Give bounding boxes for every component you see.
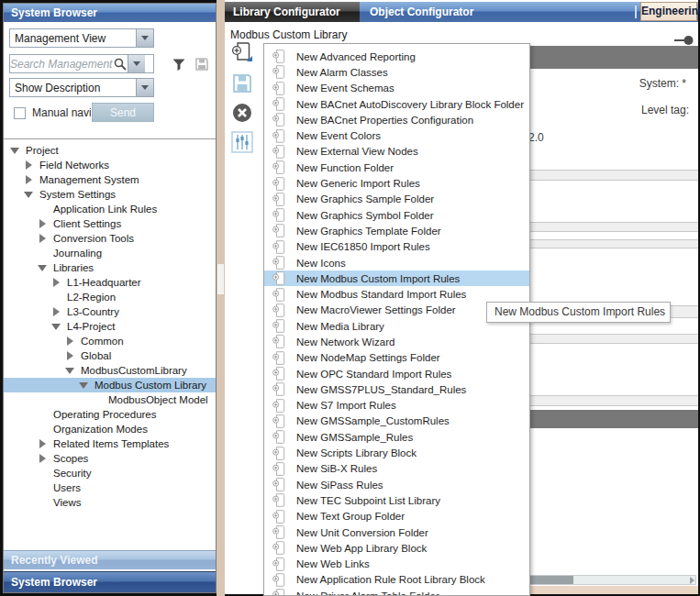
scrollbar-thumb[interactable] [529,576,573,584]
expander-icon[interactable] [51,322,61,331]
menu-item[interactable]: New SiPass Rules [264,477,529,492]
recently-viewed-bar[interactable]: Recently Viewed [4,550,216,569]
menu-item[interactable]: New Advanced Reporting [264,49,529,64]
menu-item[interactable]: New Icons [264,255,529,270]
menu-item[interactable]: New Modbus Standard Import Rules [264,286,529,302]
tree-item[interactable]: Field Networks [4,158,216,172]
tree-item[interactable]: Client Settings [4,216,216,231]
sliders-icon[interactable] [231,131,253,153]
send-button[interactable]: Send [92,103,154,122]
tree-item[interactable]: L3-Country [4,304,216,319]
expander-icon[interactable] [65,337,75,346]
search-box[interactable] [9,54,154,73]
tree-item[interactable]: Application Link Rules [4,202,216,216]
menu-item[interactable]: New Generic Import Rules [264,175,529,191]
menu-item[interactable]: New Alarm Classes [264,64,529,80]
menu-item[interactable]: New BACnet Properties Configuration [264,112,529,127]
tab-engineering[interactable]: Engineering [640,2,697,21]
expander-icon[interactable] [38,410,48,419]
expander-icon[interactable] [65,351,75,360]
cancel-icon[interactable] [231,102,253,124]
expander-icon[interactable] [38,483,48,492]
vertical-scrollbar[interactable] [217,0,225,596]
tree-item[interactable]: Management System [4,172,216,187]
expander-icon[interactable] [24,190,34,199]
new-document-icon[interactable] [231,41,253,63]
tree-item[interactable]: ModbusObject Model [4,392,216,407]
menu-item[interactable]: New Graphics Template Folder [264,223,529,238]
menu-item[interactable]: New TEC Subpoint List Library [264,492,529,508]
tree-item[interactable]: Global [4,348,216,363]
tree-item[interactable]: Conversion Tools [4,231,216,246]
menu-item[interactable]: New Modbus Custom Import Rules [264,270,529,286]
chevron-down-icon[interactable] [128,55,145,72]
search-input[interactable] [10,58,113,71]
pin-icon[interactable] [674,35,694,46]
menu-item[interactable]: New S7 Import Rules [264,398,529,414]
tree-item[interactable]: L2-Region [4,290,216,304]
expander-icon[interactable] [10,146,20,155]
tree-item[interactable]: Related Items Templates [4,436,216,451]
tree-item[interactable]: Organization Modes [4,422,216,436]
horizontal-scrollbar[interactable] [514,575,696,585]
menu-item[interactable]: New Network Wizard [264,334,529,349]
expander-icon[interactable] [38,234,48,243]
menu-item[interactable]: New SiB-X Rules [264,461,529,477]
menu-item[interactable]: New GMSSample_CustomRules [264,414,529,429]
menu-item[interactable]: New Application Rule Root Library Block [264,572,529,588]
expander-icon[interactable] [79,381,89,390]
view-selector-dropdown[interactable]: Management View [9,28,154,48]
menu-item[interactable]: New Scripts Library Block [264,445,529,460]
chevron-down-icon[interactable] [136,29,153,47]
expander-icon[interactable] [93,395,103,404]
menu-item[interactable]: New NodeMap Settings Folder [264,350,529,366]
menu-item[interactable]: New Text Group Folder [264,509,529,524]
menu-item[interactable]: New IEC61850 Import Rules [264,239,529,255]
save-icon[interactable] [194,57,209,72]
menu-item[interactable]: New Web App Library Block [264,540,529,556]
expander-icon[interactable] [38,204,48,214]
scrollbar-thumb[interactable] [217,264,224,294]
expander-icon[interactable] [38,263,48,272]
menu-item[interactable]: New Function Folder [264,160,529,175]
expander-icon[interactable] [51,292,61,302]
expander-icon[interactable] [24,175,34,184]
expander-icon[interactable] [24,160,34,170]
tree-item[interactable]: L4-Project [4,319,216,334]
menu-item[interactable]: New Web Links [264,557,529,572]
menu-item[interactable]: New BACnet AutoDiscovery Library Block F… [264,96,529,112]
tree-item[interactable]: Scopes [4,451,216,466]
tree-item[interactable]: Common [4,334,216,348]
expander-icon[interactable] [38,498,48,507]
expander-icon[interactable] [51,278,61,287]
menu-item[interactable]: New Graphics Symbol Folder [264,207,529,223]
tree-item[interactable]: Project [4,143,216,158]
expander-icon[interactable] [38,248,48,258]
tree-item[interactable]: Views [4,495,216,510]
menu-item[interactable]: New Event Schemas [264,81,529,96]
expander-icon[interactable] [38,219,48,228]
menu-item[interactable]: New OPC Standard Import Rules [264,366,529,381]
save-icon[interactable] [231,72,253,94]
filter-icon[interactable] [172,57,186,72]
scrollbar-right-arrow-icon[interactable] [690,577,694,584]
expander-icon[interactable] [38,454,48,463]
tree-item[interactable]: Journaling [4,246,216,260]
expander-icon[interactable] [38,425,48,434]
manual-navigation-checkbox[interactable] [14,107,26,119]
menu-item[interactable]: New Event Colors [264,127,529,143]
tab-object-configurator[interactable]: Object Configurator [361,2,495,22]
expander-icon[interactable] [38,469,48,478]
menu-item[interactable]: New Unit Conversion Folder [264,524,529,540]
menu-item[interactable]: New GMSSample_Rules [264,429,529,445]
tree-item[interactable]: System Settings [4,187,216,202]
tree-item[interactable]: Modbus Custom Library [4,378,216,392]
tree-item[interactable]: Security [4,466,216,480]
menu-item[interactable]: New Driver Alarm Table Folder [264,588,529,596]
menu-item[interactable]: New GMSS7PLUS_Standard_Rules [264,381,529,397]
tree-item[interactable]: Users [4,480,216,495]
expander-icon[interactable] [65,366,75,375]
tree-item[interactable]: L1-Headquarter [4,275,216,290]
menu-item[interactable]: New External View Nodes [264,144,529,160]
description-mode-dropdown[interactable]: Show Description [9,78,154,97]
